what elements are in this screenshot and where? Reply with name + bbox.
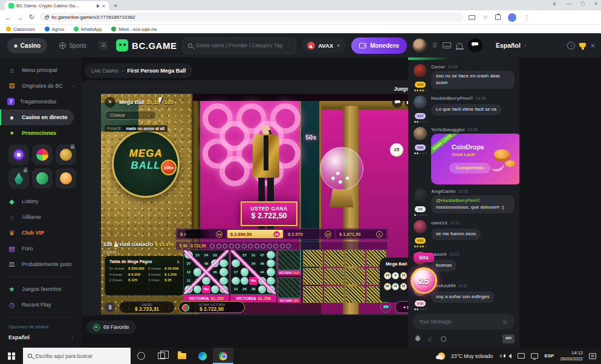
promo-tile-cashback[interactable]	[32, 168, 53, 189]
keyboard-language[interactable]: ESP	[544, 353, 554, 359]
promo-tile-rocket[interactable]	[8, 168, 29, 189]
file-explorer-button[interactable]	[172, 348, 192, 364]
currency-selector[interactable]: AVAX ▼	[302, 38, 346, 53]
forward-icon[interactable]: →	[17, 14, 24, 21]
inbox-icon[interactable]	[443, 42, 451, 48]
edge-button[interactable]	[192, 348, 213, 364]
stream-language-icon[interactable]	[380, 302, 391, 313]
sidebar-item-tragamonedas[interactable]: 7Tragamonedas	[0, 94, 82, 109]
vip-pip	[417, 89, 418, 91]
chat-input[interactable]: ☺	[413, 314, 515, 330]
cashback-icon	[35, 171, 50, 186]
browser-tab[interactable]: BC.Game: Crypto Casino Ga... ×	[5, 1, 109, 10]
sidebar-language-selector[interactable]: Español›	[0, 331, 82, 344]
slot-icon: 7	[7, 98, 15, 105]
coindrop-icon[interactable]	[414, 335, 421, 342]
tray-expand-icon[interactable]: ∧	[499, 353, 503, 359]
chat-language-label[interactable]: Español	[496, 42, 521, 49]
tab-close-icon[interactable]: ×	[102, 3, 105, 9]
favorite-button[interactable]: 69 Favorite	[86, 320, 136, 334]
vip-pip	[417, 152, 418, 154]
tab-audio-icon[interactable]	[97, 4, 100, 8]
start-button[interactable]	[0, 348, 23, 364]
coindrops-completed-button[interactable]: Completado	[449, 163, 490, 174]
bingo-cell-marked	[184, 285, 193, 293]
nav-casino[interactable]: ♠ Casino	[7, 38, 47, 53]
sidebar-item-probablemente-justo[interactable]: ⚖Probablemente justo	[0, 256, 82, 272]
promo-tile-roll-competition[interactable]	[32, 145, 53, 165]
sidebar-item-recent-play[interactable]: ◷Recent Play	[0, 297, 82, 313]
bookmark-item[interactable]: Agroo	[45, 27, 64, 32]
speaker-icon[interactable]	[508, 354, 512, 359]
chat-close-icon[interactable]: ×	[590, 41, 595, 50]
weather-icon[interactable]	[438, 353, 445, 360]
install-icon[interactable]: ↓	[469, 15, 475, 20]
chat-info-icon[interactable]: !	[567, 42, 575, 50]
game-close-icon[interactable]: ×	[105, 97, 115, 108]
collapse-menu-button[interactable]: ☰	[99, 41, 108, 50]
task-view-button[interactable]	[151, 348, 172, 364]
cortana-button[interactable]	[131, 348, 151, 364]
notification-center-icon[interactable]	[589, 353, 596, 359]
sidebar-item-promociones[interactable]: ✦Promociones	[0, 125, 82, 141]
sidebar-item-lottery[interactable]: ◆Lottery	[0, 193, 82, 209]
send-message-button[interactable]	[502, 334, 515, 343]
stream-chat-icon[interactable]	[392, 97, 403, 108]
stream-chat-input[interactable]: Chatear	[105, 111, 157, 120]
window-maximize-icon[interactable]: □	[581, 1, 584, 7]
touch-keyboard-icon[interactable]	[518, 353, 525, 359]
network-icon[interactable]	[531, 353, 538, 359]
notifications-bell-icon[interactable]	[456, 43, 463, 48]
window-close-icon[interactable]: ×	[594, 1, 597, 7]
emoji-icon[interactable]: ☺	[502, 318, 508, 325]
sidebar-item-originales-de-bc[interactable]: ⚄Originales de BC›	[0, 78, 82, 94]
reload-icon[interactable]: ↻	[29, 13, 34, 21]
sidebar-item-club-vip[interactable]: ♛Club VIP	[0, 225, 82, 241]
game-search-input[interactable]	[196, 42, 290, 48]
sidebar-item-afiliarse[interactable]: ◌Afiliarse	[0, 209, 82, 225]
chat-message-input[interactable]	[419, 319, 502, 325]
extensions-icon[interactable]	[495, 15, 501, 20]
sidebar-item-menu-principal[interactable]: ⌂Menu principal	[0, 62, 82, 78]
back-icon[interactable]: ←	[5, 14, 11, 21]
window-minimize-icon[interactable]: —	[566, 1, 571, 7]
bookmark-star-icon[interactable]: ☆	[482, 14, 488, 21]
browser-menu-icon[interactable]: ⋮	[524, 14, 530, 21]
chevron-right-icon[interactable]: ›	[525, 44, 526, 48]
weather-text[interactable]: 23°C Muy soleado	[451, 353, 493, 359]
site-logo[interactable]: BC.GAME	[116, 39, 177, 51]
wallet-button[interactable]: Monedero	[351, 37, 407, 54]
chrome-button[interactable]	[213, 348, 233, 364]
promo-tile-piggy-bank[interactable]	[56, 145, 76, 165]
nav-sports[interactable]: Sports	[53, 38, 93, 53]
favorite-icon	[93, 324, 100, 331]
bookmark-item[interactable]: Meet - soz-uqie-ria	[111, 27, 157, 32]
paytable-collapse-icon[interactable]: ∧	[177, 259, 180, 264]
promo-tile-lucky-spin[interactable]	[8, 145, 29, 165]
user-avatar[interactable]	[412, 38, 427, 53]
trophy-icon[interactable]	[579, 43, 586, 48]
new-tab-button[interactable]: +	[114, 2, 117, 9]
chat-toggle-icon[interactable]	[468, 38, 482, 53]
bingo-cell-marked	[258, 285, 267, 293]
breadcrumb-section[interactable]: Live Casino	[91, 68, 118, 74]
taskbar-clock[interactable]: 14:12 26/03/2022	[560, 350, 583, 362]
profile-avatar[interactable]	[508, 13, 516, 22]
account-menu-icon[interactable]: ☰	[432, 42, 437, 48]
sidebar-item-foro[interactable]: ▤Foro	[0, 241, 82, 256]
taskbar-search[interactable]	[23, 348, 131, 364]
sidebar-item-juegos-favoritos[interactable]: ★Juegos favoritos	[0, 281, 82, 297]
bookmark-item[interactable]: WhatsApp	[74, 27, 102, 32]
game-search[interactable]	[182, 37, 296, 54]
promo-tile-vip-medal[interactable]	[56, 168, 76, 189]
chat-rules-icon[interactable]: ∕.	[429, 336, 432, 342]
host-shirt	[264, 135, 268, 171]
chat-message-body: HuckleBerryFinn©14:08Lo que facil viene …	[431, 96, 515, 123]
url-bar[interactable]: bc.game/live-game/v3:7778185710362	[40, 13, 463, 22]
bookmark-item[interactable]: Classroom	[6, 27, 35, 32]
cash-icon[interactable]: $	[105, 302, 115, 313]
taskbar-search-input[interactable]	[36, 353, 126, 359]
sidebar-item-casino-en-directo[interactable]: ♠Casino en directo	[0, 109, 74, 125]
coin-icon[interactable]	[441, 336, 446, 342]
window-chevron-icon[interactable]: ∨	[553, 1, 557, 7]
